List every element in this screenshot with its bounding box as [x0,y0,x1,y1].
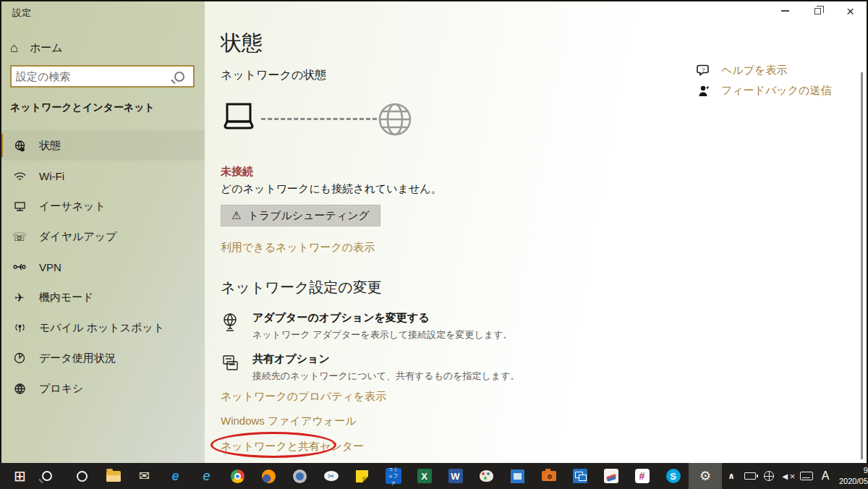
tray-chevron-icon[interactable]: ∧ [722,463,741,489]
connection-status: 未接続 [221,165,253,179]
sidebar-item-status[interactable]: 状態 [0,130,205,161]
connection-status-description: どのネットワークにも接続されていません。 [221,182,442,196]
sidebar-nav: 状態 Wi-Fi イーサネット ☏ ダイヤルアップ [0,130,205,404]
sharing-options-icon [221,352,241,383]
settings-search-box[interactable] [10,65,195,88]
vertical-scrollbar[interactable] [861,72,863,459]
option-description: 接続先のネットワークについて、共有するものを指定します。 [252,370,519,383]
word-icon[interactable]: W [440,463,471,489]
proxy-globe-icon [13,383,26,395]
warning-icon: ⚠ [231,209,241,222]
sidebar-item-label: 状態 [39,139,61,153]
option-title: 共有オプション [252,352,519,366]
clock-time: 9:26 [839,465,868,476]
snipping-tool-icon[interactable]: ✂ [315,463,346,489]
excel-icon[interactable]: X [409,463,440,489]
sidebar-item-data-usage[interactable]: データ使用状況 [0,343,205,373]
sidebar-item-label: モバイル ホットスポット [39,321,164,335]
sidebar-item-label: データ使用状況 [39,352,116,365]
slack-icon[interactable]: # [626,463,658,489]
search-input[interactable] [12,70,174,82]
firefox-icon[interactable] [253,463,284,489]
troubleshoot-button[interactable]: ⚠ トラブルシューティング [221,205,380,226]
taskbar-search-icon[interactable] [35,463,67,489]
send-feedback-item[interactable]: フィードバックの送信 [697,84,831,98]
close-button[interactable]: × [834,0,867,22]
change-adapter-options-item[interactable]: アダプターのオプションを変更する ネットワーク アダプターを表示して接続設定を変… [221,311,513,341]
sidebar-item-label: ダイヤルアップ [39,230,116,244]
sidebar-section-title: ネットワークとインターネット [10,101,155,114]
home-label: ホーム [30,41,63,55]
data-usage-pie-icon [13,352,26,364]
dialup-phone-icon: ☏ [13,230,26,244]
taskbar-clock[interactable]: 9:26 2020/05/04 [835,465,868,487]
option-title: アダプターのオプションを変更する [252,311,513,325]
ethernet-icon [13,201,26,212]
svg-text:?: ? [702,67,705,73]
connection-dashed-line [261,118,377,120]
sidebar-item-home[interactable]: ⌂ ホーム [10,36,63,59]
safari-icon[interactable] [284,463,315,489]
sidebar-item-label: Wi-Fi [39,170,64,182]
home-icon: ⌂ [10,41,18,54]
change-network-settings-heading: ネットワーク設定の変更 [221,278,382,297]
sharing-options-item[interactable]: 共有オプション 接続先のネットワークについて、共有するものを指定します。 [221,352,519,383]
taskbar-app-icons: ⊞ ✉ e e ✂ コミュファ X W # S ⚙ [4,463,722,489]
remote-desktop-icon[interactable] [564,463,595,489]
network-diagram [221,98,409,139]
clock-date: 2020/05/04 [839,476,868,487]
system-tray: ∧ ◄× A 9:26 2020/05/04 [722,463,868,489]
network-globe-icon[interactable] [760,463,778,489]
get-help-item[interactable]: ? ヘルプを表示 [697,64,787,77]
edge-icon[interactable]: e [160,463,191,489]
wifi-icon [13,171,26,181]
internet-explorer-icon[interactable]: e [191,463,222,489]
ime-mode-indicator[interactable]: A [816,463,835,489]
sidebar-item-proxy[interactable]: プロキシ [0,373,205,404]
search-icon [174,72,184,82]
minimize-button[interactable] [769,0,801,22]
start-button-icon[interactable]: ⊞ [4,463,35,489]
commufa-app-icon[interactable]: コミュファ [378,463,409,489]
taskbar: ⊞ ✉ e e ✂ コミュファ X W # S ⚙ ∧ [0,463,868,489]
sidebar-item-wifi[interactable]: Wi-Fi [0,161,205,191]
adapter-options-icon [221,311,241,341]
camera-icon[interactable] [533,463,564,489]
sidebar-item-airplane-mode[interactable]: ✈ 機内モード [0,282,205,312]
hotspot-icon [13,323,26,333]
view-available-networks-link[interactable]: 利用できるネットワークの表示 [221,241,375,255]
volume-muted-icon[interactable]: ◄× [778,463,797,489]
battery-icon[interactable] [741,463,760,489]
sticky-notes-icon[interactable] [346,463,378,489]
chrome-icon[interactable] [222,463,253,489]
windows-firewall-link[interactable]: Windows ファイアウォール [221,414,356,428]
sidebar-item-label: VPN [39,261,61,273]
file-explorer-icon[interactable] [98,463,129,489]
sidebar-item-dialup[interactable]: ☏ ダイヤルアップ [0,221,205,252]
option-description: ネットワーク アダプターを表示して接続設定を変更します。 [252,328,513,341]
cortana-icon[interactable] [67,463,98,489]
sidebar: 設定 ⌂ ホーム ネットワークとインターネット 状態 Wi-Fi [0,0,205,463]
feedback-person-icon [697,85,711,97]
settings-gear-icon-active[interactable]: ⚙ [689,463,722,489]
view-network-properties-link[interactable]: ネットワークのプロパティを表示 [221,390,386,404]
restore-button[interactable] [801,0,834,22]
sidebar-item-vpn[interactable]: VPN [0,252,205,282]
photos-icon[interactable] [502,463,533,489]
page-title: 状態 [221,29,263,58]
sidebar-item-ethernet[interactable]: イーサネット [0,191,205,221]
network-sharing-center-link[interactable]: ネットワークと共有センター [221,440,364,454]
paint-icon[interactable] [471,463,502,489]
main-content: × 状態 ネットワークの状態 未接続 どのネットワークにも接続されていません。 … [205,0,868,463]
troubleshoot-label: トラブルシューティング [247,209,370,223]
airplane-icon: ✈ [13,291,26,305]
sidebar-item-label: イーサネット [39,200,106,213]
help-link[interactable]: ヘルプを表示 [721,64,787,77]
touch-keyboard-icon[interactable] [797,463,816,489]
feedback-link[interactable]: フィードバックの送信 [721,84,831,98]
sidebar-item-mobile-hotspot[interactable]: モバイル ホットスポット [0,312,205,343]
skype-icon[interactable]: S [658,463,689,489]
clip-app-icon[interactable] [595,463,626,489]
mail-icon[interactable]: ✉ [129,463,160,489]
vpn-icon [13,263,26,271]
